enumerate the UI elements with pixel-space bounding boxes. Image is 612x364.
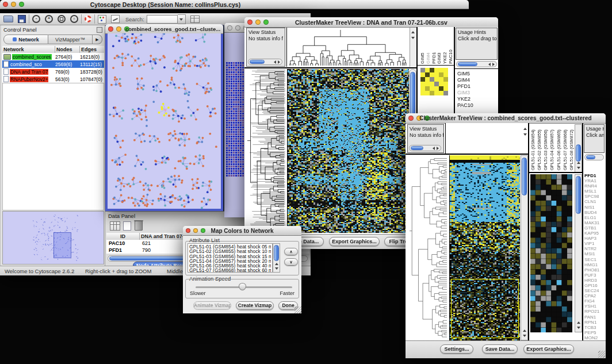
gene-list-item[interactable]: CLN1: [584, 199, 606, 204]
gene-list-item[interactable]: MSI1: [584, 251, 606, 256]
gene-list-item[interactable]: BUD4: [584, 210, 606, 215]
birdseye-view[interactable]: [2, 211, 104, 265]
gene-list-item[interactable]: NTR2: [584, 246, 606, 251]
gene-list-item[interactable]: GIM4: [457, 77, 498, 83]
minimize-button[interactable]: [11, 2, 16, 7]
gene-list-item[interactable]: GIM3: [457, 90, 498, 96]
new-attribute-button[interactable]: [123, 221, 131, 231]
scroll-thumb[interactable]: [576, 176, 581, 214]
gene-list-item[interactable]: PUF3: [584, 273, 606, 278]
gene-list-item[interactable]: PFD1: [457, 83, 498, 90]
gene-list-item[interactable]: YSH1: [584, 304, 606, 309]
minimize-button[interactable]: [235, 25, 240, 30]
gene-list-item[interactable]: SEC1: [584, 257, 606, 262]
attribute-listbox[interactable]: GPL51-01 (GSM854) heat shock 05 minGPL51…: [188, 243, 273, 273]
close-button[interactable]: [3, 2, 8, 7]
create-vizmap-button[interactable]: Create Vizmap: [236, 301, 274, 310]
resize-grip[interactable]: [598, 351, 605, 358]
gene-list-item[interactable]: MON2: [584, 335, 606, 340]
gene-list-item[interactable]: RPN1: [584, 320, 606, 325]
network-table-row[interactable]: combined_scores2764(0)16218(0): [2, 53, 104, 60]
scroll-thumb[interactable]: [411, 146, 423, 150]
move-up-button[interactable]: ∧: [284, 248, 298, 255]
scroll-thumb[interactable]: [458, 62, 477, 66]
gene-list-item[interactable]: KAP95: [584, 231, 606, 236]
scroll-thumb[interactable]: [250, 60, 265, 64]
column-header-edges[interactable]: Edges: [80, 46, 104, 53]
treeview2-vscrollbar[interactable]: [521, 155, 528, 340]
scroll-thumb[interactable]: [586, 155, 595, 159]
tab-overflow-button[interactable]: ▶: [93, 35, 102, 44]
attribute-list-item[interactable]: GPL51-07 (GSM868) heat shock 60 min: [189, 268, 271, 273]
search-dropdown-button[interactable]: [178, 14, 186, 24]
treeview2-labels-vscrollbar[interactable]: [575, 124, 582, 173]
treeview1-row-dendrogram[interactable]: [246, 69, 285, 233]
treeview1-heatmap[interactable]: [287, 69, 409, 233]
treeview1-mini-heatmap[interactable]: [420, 68, 448, 95]
column-label[interactable]: GPL51-07 (GSM868): [563, 124, 568, 170]
node-view-button[interactable]: [98, 15, 106, 24]
attribute-list-item[interactable]: GPL51-01 (GSM854) heat shock 05 min: [189, 244, 271, 249]
gene-list-item[interactable]: FIG4: [584, 298, 606, 304]
treeview2-mini-heatmap[interactable]: [530, 174, 572, 332]
tab-vizmapper[interactable]: VizMapper™: [48, 35, 93, 44]
gene-list-item[interactable]: CPA2: [584, 293, 606, 298]
column-header-network[interactable]: Network: [2, 46, 55, 53]
delete-attribute-button[interactable]: [135, 221, 143, 231]
float-panel-icon[interactable]: [97, 27, 102, 33]
attribute-list-item[interactable]: GPL51-04 (GSM857) heat shock 20 min: [189, 259, 271, 263]
attribute-list-vscrollbar[interactable]: [273, 243, 280, 273]
animate-vizmap-button[interactable]: Animate Vizmap: [193, 301, 231, 310]
network-table-row[interactable]: RNAPuberNov2+563(0)107847(0): [2, 75, 104, 83]
attribute-list-item[interactable]: GPL51-03 (GSM856) heat shock 15 min: [189, 254, 271, 259]
usage-hints-hscrollbar[interactable]: [584, 154, 604, 160]
gene-list-item[interactable]: RPO21: [584, 309, 606, 314]
attribute-list-item[interactable]: GPL51-06 (GSM865) heat shock 40 min: [189, 263, 271, 268]
gene-list-item[interactable]: RNR4: [584, 183, 606, 189]
annotation-button[interactable]: [111, 15, 120, 23]
column-label[interactable]: PFD1: [431, 28, 437, 64]
gene-list-item[interactable]: GPI16: [584, 283, 606, 288]
data-column-id[interactable]: ID: [106, 233, 140, 240]
scroll-thumb[interactable]: [522, 158, 527, 196]
gene-list-item[interactable]: ELG1: [584, 215, 606, 220]
scroll-thumb[interactable]: [274, 245, 279, 261]
close-button[interactable]: [408, 116, 414, 121]
gene-list-item[interactable]: HMG1: [584, 262, 606, 267]
gene-list-item[interactable]: PAC10: [457, 102, 498, 109]
resize-grip[interactable]: [294, 306, 301, 313]
network-graph-canvas[interactable]: [108, 33, 221, 209]
tab-network[interactable]: Network: [3, 35, 48, 44]
gene-list-item[interactable]: PHO81: [584, 267, 606, 273]
column-label[interactable]: GPL51-04 (GSM857): [549, 124, 554, 170]
network-table-row[interactable]: combined_sco2569(6)13112(15): [2, 60, 104, 68]
network-tree-empty-area[interactable]: [2, 83, 104, 210]
close-button[interactable]: [108, 26, 113, 32]
view-status-hscrollbar[interactable]: [248, 59, 282, 65]
usage-hints-hscrollbar[interactable]: [456, 61, 497, 67]
gene-list-item[interactable]: YRA1: [584, 178, 606, 183]
settings-button[interactable]: Settings...: [440, 344, 473, 354]
gene-list-item[interactable]: TCB3: [584, 325, 606, 330]
column-label[interactable]: GIM3: [437, 28, 442, 64]
export-graphics-button[interactable]: Export Graphics...: [329, 237, 380, 246]
grid-network-canvas[interactable]: [226, 62, 246, 178]
gene-list-item[interactable]: GTB1: [584, 225, 606, 231]
gene-list-item[interactable]: PEP5: [584, 330, 606, 335]
gene-list-item[interactable]: HAP3: [584, 236, 606, 241]
view-status-hscrollbar[interactable]: [409, 145, 441, 151]
attribute-list-item[interactable]: GPL51-02 (GSM855) heat shock 10 min: [189, 249, 271, 254]
treeview2-column-dendrogram-area[interactable]: [445, 123, 529, 154]
column-label[interactable]: GPL51-06 (GSM865): [556, 124, 561, 170]
treeview2-row-dendrogram[interactable]: [407, 155, 448, 340]
open-session-button[interactable]: [3, 16, 13, 22]
gene-list-item[interactable]: PAN1: [584, 315, 606, 320]
treeview2-mini-vscrollbar[interactable]: [575, 174, 582, 332]
gene-list-item[interactable]: GIM5: [457, 71, 498, 77]
scroll-thumb[interactable]: [576, 144, 581, 162]
move-down-button[interactable]: ∨: [284, 258, 298, 266]
network-table-row[interactable]: DNA and Tran 07769(0)183728(0): [2, 68, 104, 75]
help-lifering-icon[interactable]: [85, 16, 91, 22]
column-label[interactable]: YKE2: [442, 28, 447, 64]
zoom-out-button[interactable]: -: [32, 15, 40, 23]
